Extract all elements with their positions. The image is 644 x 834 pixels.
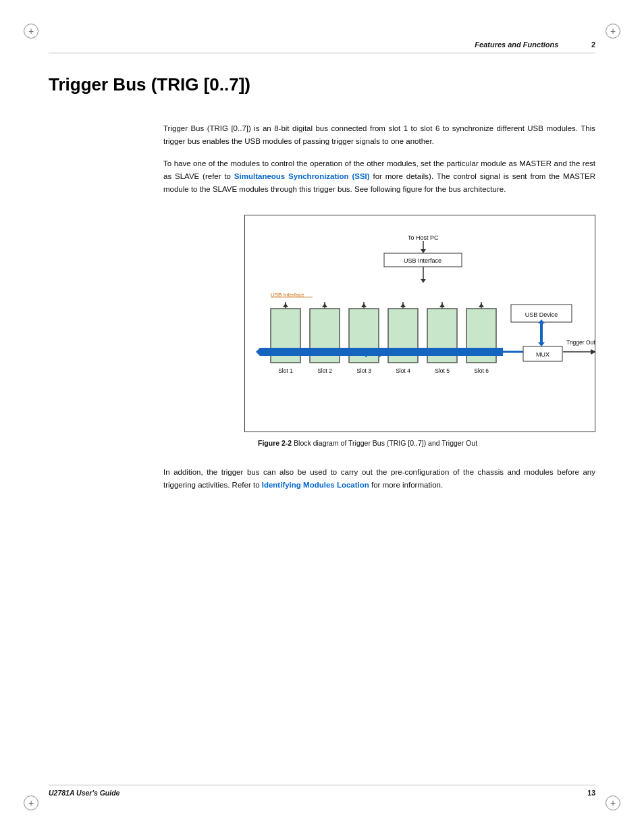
para3-text2: for more information. [369, 481, 443, 489]
header-rule [49, 53, 595, 53]
arrow-from-usb-head [421, 279, 426, 283]
slot1-arrow-up [283, 303, 288, 307]
figure-caption: Figure 2-2 Block diagram of Trigger Bus … [258, 439, 595, 447]
slot6-arrow-up [479, 303, 484, 307]
diagram-svg: To Host PC USB Interface USB Interface [256, 229, 607, 418]
left-arrow-head [256, 348, 260, 356]
trigger-out-label: Trigger Out [566, 339, 595, 346]
slot5-arrow-up [439, 303, 445, 307]
slot5-label: Slot 5 [435, 367, 450, 374]
paragraph-2: To have one of the modules to control th… [163, 157, 595, 196]
reg-mark-bl [24, 796, 38, 810]
usb-interface-text: USB Interface [404, 257, 441, 264]
text-block: Trigger Bus (TRIG [0..7]) is an 8-bit di… [163, 122, 595, 492]
v-arrow-body [540, 323, 543, 342]
usb-interface-left-label: USB Interface [271, 292, 304, 298]
page: Features and Functions 2 Trigger Bus (TR… [0, 0, 644, 834]
v-arrow-down-head [538, 342, 545, 346]
figure-caption-text: Block diagram of Trigger Bus (TRIG [0..7… [292, 439, 477, 447]
slot4-label: Slot 4 [396, 367, 410, 374]
paragraph-3: In addition, the trigger bus can also be… [163, 466, 595, 492]
footer-page-number: 13 [587, 789, 595, 797]
diagram-box: To Host PC USB Interface USB Interface [244, 215, 595, 432]
header-separator [566, 41, 583, 49]
arrow-to-usb-head [421, 249, 426, 253]
slot1-label: Slot 1 [278, 367, 293, 374]
trig-bar [260, 348, 503, 356]
ssi-link[interactable]: Simultaneous Synchronization (SSI) [234, 172, 370, 180]
trig-label-text: TRIG [0..7] [347, 350, 381, 357]
page-header: Features and Functions 2 [475, 41, 595, 49]
chapter-title: Trigger Bus (TRIG [0..7]) [49, 74, 595, 95]
modules-location-link[interactable]: Identifying Modules Location [262, 481, 369, 489]
mux-text: MUX [536, 351, 549, 358]
slot4-arrow-up [400, 303, 406, 307]
slot3-label: Slot 3 [356, 367, 371, 374]
usb-device-text: USB Device [525, 311, 558, 318]
reg-mark-tr [606, 24, 620, 38]
footer-title: U2781A User's Guide [49, 789, 119, 797]
to-host-pc-label: To Host PC [408, 234, 439, 241]
footer-rule [49, 785, 595, 785]
main-content: Trigger Bus (TRIG [0..7]) Trigger Bus (T… [49, 74, 595, 501]
trigger-out-arrowhead [591, 349, 596, 355]
page-footer: U2781A User's Guide 13 [49, 789, 595, 797]
reg-mark-tl [24, 24, 38, 38]
slot6-label: Slot 6 [474, 367, 489, 374]
slot2-arrow-up [322, 303, 327, 307]
header-title: Features and Functions [475, 41, 558, 49]
figure-caption-bold: Figure 2-2 [258, 439, 292, 447]
figure-container: To Host PC USB Interface USB Interface [244, 215, 595, 447]
slot3-arrow-up [361, 303, 367, 307]
header-chapter-number: 2 [591, 41, 595, 49]
paragraph-1: Trigger Bus (TRIG [0..7]) is an 8-bit di… [163, 122, 595, 148]
reg-mark-br [606, 796, 620, 810]
slot2-label: Slot 2 [317, 367, 332, 374]
